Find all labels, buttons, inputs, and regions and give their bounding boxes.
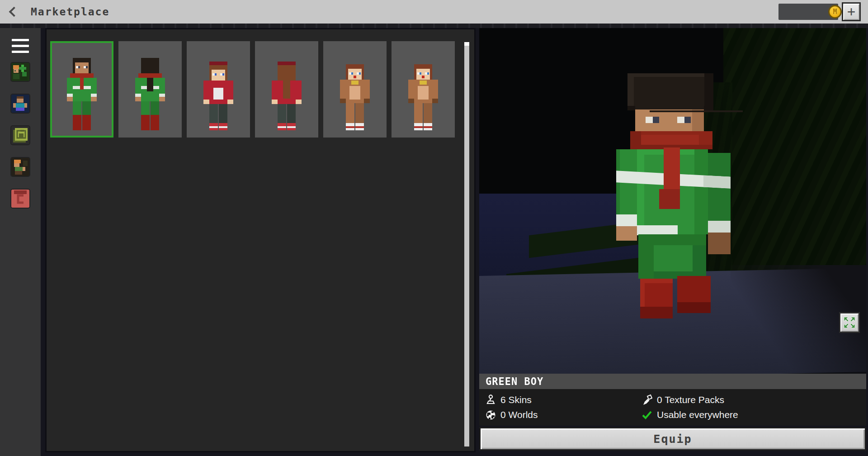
check-icon: [642, 409, 652, 420]
stat-skins-label: 6 Skins: [500, 394, 532, 405]
paintbrush-icon: [642, 394, 652, 405]
add-coins-button[interactable]: +: [842, 2, 861, 21]
skin-thumbnail-red-hoodie-front: [203, 62, 233, 130]
stat-worlds: 0 Worlds: [486, 408, 642, 423]
skin-pack-adventurer-icon: [11, 158, 29, 176]
skin-pack-bundle-icon: [11, 126, 29, 144]
skin-thumbnail-red-hoodie-back: [272, 62, 302, 130]
pack-title-bar: GREEN BOY: [479, 374, 866, 389]
equip-button-label: Equip: [653, 432, 692, 446]
stat-usable-everywhere: Usable everywhere: [642, 408, 866, 423]
sidebar-item-skin-pack-steve[interactable]: [11, 95, 29, 113]
pack-title: GREEN BOY: [486, 375, 543, 387]
skin-thumbnail-green-sweater-front: [67, 58, 97, 130]
skin-list-panel: [45, 28, 476, 452]
character-boot-left: [640, 279, 673, 318]
stat-texture-packs-label: 0 Texture Packs: [657, 394, 724, 405]
topbar-divider: [0, 24, 868, 28]
character-arm-left: [616, 149, 637, 218]
skin-tile-red-hoodie-front[interactable]: [187, 41, 250, 138]
pack-detail-panel: GREEN BOY 6 Skins 0 Texture Packs: [479, 28, 866, 456]
sidebar-item-skin-pack-adventurer[interactable]: [11, 158, 29, 176]
skin-pack-steve-icon: [11, 95, 29, 113]
hamburger-menu-icon[interactable]: [12, 39, 29, 53]
top-bar: Marketplace M +: [0, 0, 868, 24]
expand-preview-button[interactable]: [839, 312, 860, 333]
character-scarf: [630, 131, 712, 149]
skin-thumbnail-reindeer-costume-back: [408, 64, 438, 130]
skin-3d-preview: [479, 28, 866, 374]
skin-tile-reindeer-costume-front[interactable]: [323, 41, 387, 138]
sidebar-item-skin-pack-red-case[interactable]: [11, 190, 29, 208]
character-eye-left: [646, 117, 659, 123]
character-scarf-tail: [664, 147, 680, 193]
pack-stats: 6 Skins 0 Texture Packs 0 Worlds Usabl: [479, 389, 866, 426]
skin-thumbnail-reindeer-costume-front: [340, 64, 370, 130]
skin-tile-green-sweater-back[interactable]: [118, 41, 182, 138]
stat-texture-packs: 0 Texture Packs: [642, 393, 866, 407]
minecoin-icon: M: [828, 5, 842, 19]
armor-stand-icon: [486, 394, 496, 405]
skin-grid: [47, 29, 474, 138]
character-eye-right: [677, 117, 691, 123]
character-boot-right: [677, 276, 711, 313]
skin-tile-reindeer-costume-back[interactable]: [392, 41, 455, 138]
character-sweater-trim: [637, 225, 678, 235]
chevron-left-icon: [9, 7, 19, 17]
stat-skins: 6 Skins: [486, 393, 642, 407]
skin-pack-red-case-icon: [11, 190, 29, 208]
vertical-scrollbar[interactable]: [464, 42, 469, 446]
character-cuff-right: [708, 221, 731, 233]
page-title: Marketplace: [31, 6, 109, 18]
sidebar-item-skin-pack-forest-character[interactable]: [11, 63, 29, 81]
skin-thumbnail-green-sweater-back: [135, 58, 165, 130]
minecoin-balance[interactable]: M: [778, 4, 838, 20]
preview-character: [479, 28, 866, 374]
skin-pack-forest-character-icon: [11, 63, 29, 81]
stat-worlds-label: 0 Worlds: [500, 409, 538, 420]
character-hair-fringe: [635, 102, 704, 109]
expand-arrows-icon: [843, 316, 856, 329]
character-arm-right: [708, 153, 731, 224]
skin-tile-red-hoodie-back[interactable]: [255, 41, 318, 138]
character-scarf-tail-tip: [659, 189, 680, 209]
sidebar-item-skin-pack-bundle[interactable]: [11, 126, 29, 144]
back-button[interactable]: [0, 0, 25, 24]
character-shorts: [638, 234, 706, 279]
character-cuff-left: [616, 214, 637, 226]
skin-tile-green-sweater-front[interactable]: [50, 41, 113, 138]
equip-button[interactable]: Equip: [479, 427, 866, 451]
character-hand-left: [616, 226, 637, 241]
sidebar: [0, 28, 41, 456]
globe-icon: [486, 410, 496, 420]
stat-usable-label: Usable everywhere: [657, 409, 738, 420]
character-hand-right: [708, 233, 731, 254]
